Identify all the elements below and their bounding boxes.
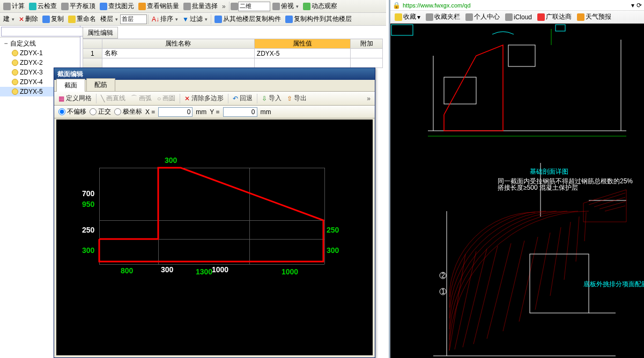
dim-1000a: 1000	[212, 265, 228, 274]
attr-col-value: 属性值	[254, 39, 350, 49]
view-rebar-button[interactable]: 查看钢筋量	[136, 1, 181, 12]
svg-line-22	[576, 217, 579, 262]
attr-row[interactable]	[83, 58, 383, 68]
bookmark-fav[interactable]: 收藏▾	[393, 12, 423, 21]
import-button[interactable]: ⇩导入	[260, 93, 284, 105]
find-elem-button[interactable]: 查找图元	[98, 1, 136, 12]
browser-pane: 🔒 https://www.fwxgx.com/qd ▾ ⟳ 收藏▾ 收藏夹栏 …	[389, 0, 644, 358]
rename-icon	[68, 16, 76, 23]
dim-300r: 300	[327, 246, 339, 255]
sort-button[interactable]: A↓排序	[150, 13, 180, 25]
dropdown-icon[interactable]: ▾	[631, 2, 634, 9]
draw-arc-button[interactable]: ⌒画弧	[129, 93, 154, 105]
svg-line-21	[564, 222, 571, 280]
svg-rect-6	[508, 45, 535, 66]
svg-line-12	[449, 254, 465, 350]
svg-line-18	[519, 237, 538, 322]
y-input[interactable]	[223, 107, 257, 117]
calc-button[interactable]: 计算	[1, 1, 27, 12]
refresh-icon[interactable]: ⟳	[636, 2, 642, 9]
no-offset-radio[interactable]: 不偏移	[58, 107, 86, 116]
tab-section[interactable]: 截面	[56, 79, 85, 92]
lock-icon: 🔒	[393, 2, 401, 9]
dim-300l: 300	[82, 246, 94, 255]
cad-viewport[interactable]: 基础剖面详图 同一截面内受拉钢筋不得超过钢筋总根数的25% 搭接长度≥500 混…	[390, 24, 644, 358]
undo-button[interactable]: ↶回退	[231, 93, 255, 105]
tree-search-input[interactable]	[1, 27, 85, 36]
attr-row[interactable]: 1 名称 ZDYX-5	[83, 49, 383, 58]
bookmark-personal[interactable]: 个人中心	[463, 12, 502, 21]
dim-800: 800	[121, 266, 133, 275]
dialog-toolbar: ▦定义网格 ╲画直线 ⌒画弧 ○画圆 ✕清除多边形 ↶回退 ⇩导入 ⇧导出 »	[54, 92, 375, 106]
batch-select-button[interactable]: 批量选择	[181, 1, 220, 12]
star-icon	[395, 13, 402, 21]
top-view-button[interactable]: 俯视	[270, 1, 301, 12]
x-label: X =	[145, 108, 155, 116]
clear-poly-button[interactable]: ✕清除多边形	[182, 93, 226, 105]
polar-radio[interactable]: 极坐标	[114, 107, 142, 116]
define-grid-button[interactable]: ▦定义网格	[56, 93, 94, 105]
collapse-icon[interactable]: −	[3, 40, 9, 47]
attr-col-rownum	[83, 39, 102, 49]
layer-button[interactable]: 楼层	[98, 13, 120, 25]
ortho-radio[interactable]: 正交	[90, 107, 111, 116]
flatten-icon	[61, 3, 69, 10]
dim-300b: 300	[161, 265, 173, 274]
copy-from-floor-button[interactable]: 从其他楼层复制构件	[212, 13, 283, 25]
bookmark-folder[interactable]: 收藏夹栏	[424, 12, 462, 21]
copy-button[interactable]: 复制	[40, 13, 66, 25]
toolbar-overflow[interactable]: »	[220, 3, 228, 10]
cloud-check-button[interactable]: 云检查	[27, 1, 59, 12]
draw-circle-button[interactable]: ○画圆	[155, 93, 177, 105]
bookmark-icloud[interactable]: iCloud	[503, 13, 534, 21]
svg-rect-1	[556, 25, 565, 31]
tree-item-zdyx-1[interactable]: ZDYX-1	[0, 48, 80, 58]
bookmarks-bar: 收藏▾ 收藏夹栏 个人中心 iCloud 广联达商 天气预报	[390, 11, 644, 24]
component-icon	[12, 59, 18, 66]
section-canvas[interactable]: 300 700 950 250 300 800 300 1300 1000 10…	[56, 120, 373, 355]
svg-line-31	[599, 202, 625, 209]
copy-to-floor-button[interactable]: 复制构件到其他楼层	[283, 13, 354, 25]
floor-combo[interactable]: 首层	[120, 14, 147, 24]
dialog-toolbar-overflow[interactable]: »	[365, 95, 373, 102]
filter-button[interactable]: ▼过滤	[180, 13, 210, 25]
view-mode-icon[interactable]	[231, 3, 238, 10]
delete-button[interactable]: ✕删除	[17, 13, 40, 25]
tree-item-zdyx-2[interactable]: ZDYX-2	[0, 58, 80, 68]
svg-line-20	[550, 227, 561, 296]
draw-line-button[interactable]: ╲画直线	[99, 93, 128, 105]
svg-line-14	[463, 249, 487, 347]
url-text[interactable]: https://www.fwxgx.com/qd	[403, 2, 629, 9]
mm-label-2: mm	[261, 108, 271, 116]
orbit-button[interactable]: 动态观察	[301, 1, 339, 12]
weather-icon	[577, 13, 584, 21]
bookmark-glodon[interactable]: 广联达商	[535, 12, 574, 21]
svg-line-15	[473, 246, 498, 344]
glodon-icon	[537, 13, 545, 21]
tree-search: 🔍	[0, 26, 80, 38]
svg-text:2: 2	[441, 272, 445, 279]
dim-1000b: 1000	[282, 267, 298, 276]
bookmark-weather[interactable]: 天气预报	[575, 12, 613, 21]
copyfrom-icon	[214, 16, 222, 23]
tree-root[interactable]: −自定义线	[0, 39, 80, 48]
component-icon	[12, 79, 18, 85]
svg-line-30	[594, 197, 625, 207]
x-input[interactable]	[158, 107, 193, 117]
attribute-tab[interactable]: 属性编辑	[83, 27, 118, 39]
svg-rect-0	[391, 25, 413, 35]
attr-col-name: 属性名称	[102, 39, 254, 49]
flatten-button[interactable]: 平齐板顶	[59, 1, 98, 12]
tab-rebar[interactable]: 配筋	[86, 78, 115, 91]
component-icon	[12, 69, 18, 76]
view-mode-combo[interactable]: 二维	[238, 2, 270, 11]
build-button[interactable]: 建	[1, 13, 17, 25]
svg-line-13	[455, 251, 476, 349]
apple-icon	[505, 13, 513, 21]
orbit-icon	[303, 3, 310, 10]
export-button[interactable]: ⇧导出	[285, 93, 309, 105]
mm-label: mm	[196, 108, 206, 116]
rename-button[interactable]: 重命名	[66, 13, 98, 25]
calc-icon	[3, 3, 11, 10]
person-icon	[465, 13, 473, 21]
